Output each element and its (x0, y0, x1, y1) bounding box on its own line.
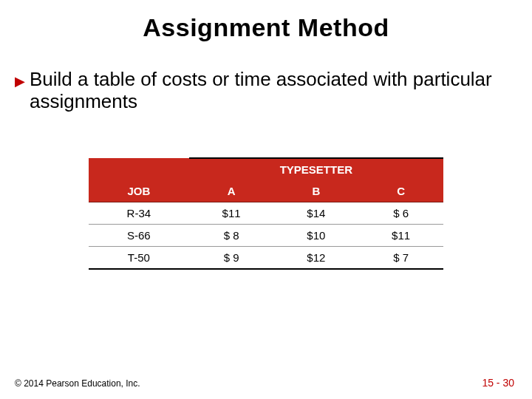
cost-table: TYPESETTER JOB A B C R-34 $11 $14 $ 6 S-… (89, 157, 443, 270)
table-group-header: TYPESETTER (189, 158, 443, 180)
triangle-bullet-icon: ▶ (15, 70, 25, 92)
cell-job: S-66 (89, 224, 189, 246)
cell-value: $11 (189, 202, 274, 224)
cell-value: $ 7 (358, 246, 443, 269)
col-header-c: C (358, 180, 443, 202)
col-header-b: B (273, 180, 358, 202)
bullet-text: Build a table of costs or time associate… (30, 69, 507, 113)
cost-table-wrap: TYPESETTER JOB A B C R-34 $11 $14 $ 6 S-… (0, 157, 532, 270)
cell-job: R-34 (89, 202, 189, 224)
cell-value: $12 (273, 246, 358, 269)
cell-value: $11 (358, 224, 443, 246)
table-row: T-50 $ 9 $12 $ 7 (89, 246, 443, 269)
col-header-a: A (189, 180, 274, 202)
cell-value: $ 9 (189, 246, 274, 269)
cell-job: T-50 (89, 246, 189, 269)
bullet-item: ▶ Build a table of costs or time associa… (0, 69, 532, 113)
cell-value: $ 6 (358, 202, 443, 224)
slide-title: Assignment Method (0, 0, 532, 42)
footer-page-number: 15 - 30 (482, 377, 514, 389)
footer-copyright: © 2014 Pearson Education, Inc. (15, 378, 140, 389)
table-group-header-blank (89, 158, 189, 180)
table-column-header-row: JOB A B C (89, 180, 443, 202)
col-header-job: JOB (89, 180, 189, 202)
table-group-header-row: TYPESETTER (89, 158, 443, 180)
table-row: R-34 $11 $14 $ 6 (89, 202, 443, 224)
cell-value: $ 8 (189, 224, 274, 246)
cell-value: $14 (273, 202, 358, 224)
table-row: S-66 $ 8 $10 $11 (89, 224, 443, 246)
slide: Assignment Method ▶ Build a table of cos… (0, 0, 532, 399)
cell-value: $10 (273, 224, 358, 246)
